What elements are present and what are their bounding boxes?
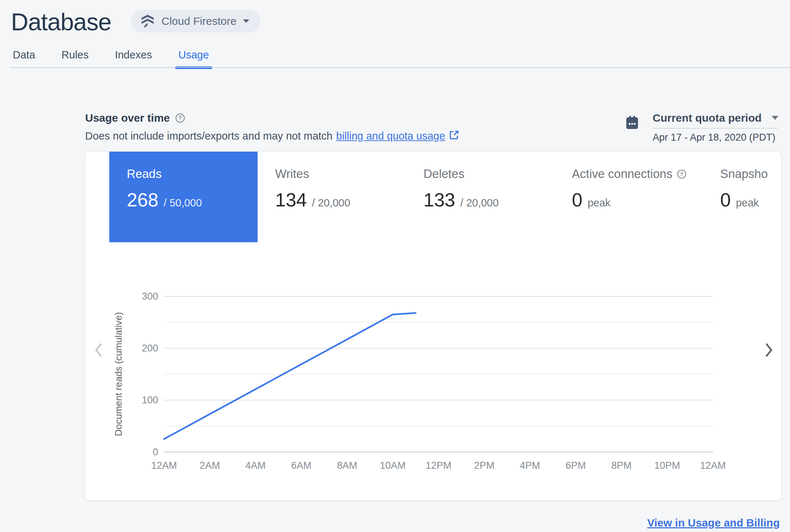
svg-text:200: 200: [142, 343, 158, 354]
view-usage-billing-link[interactable]: View in Usage and Billing: [647, 517, 780, 529]
section-title: Usage over time: [85, 112, 170, 124]
tab-divider: [10, 67, 790, 68]
page-title: Database: [11, 8, 111, 36]
help-icon[interactable]: ?: [175, 113, 185, 123]
svg-text:12PM: 12PM: [426, 460, 452, 471]
firestore-usage-page: Database Cloud Firestore Data Rules Inde…: [0, 0, 790, 532]
tab-usage[interactable]: Usage: [176, 49, 211, 69]
quota-period-label: Current quota period: [653, 112, 761, 124]
svg-text:2PM: 2PM: [474, 460, 494, 471]
svg-text:6PM: 6PM: [566, 460, 586, 471]
svg-text:10AM: 10AM: [380, 460, 406, 471]
usage-section-header: Usage over time ? Does not include impor…: [85, 112, 460, 143]
section-subtitle: Does not include imports/exports and may…: [85, 129, 460, 143]
svg-text:2AM: 2AM: [200, 460, 220, 471]
svg-text:100: 100: [142, 395, 158, 406]
tab-bar: Data Rules Indexes Usage: [0, 49, 790, 68]
external-link-icon: [449, 129, 460, 143]
tab-rules[interactable]: Rules: [60, 49, 90, 69]
billing-quota-usage-link[interactable]: billing and quota usage: [336, 130, 445, 142]
svg-text:0: 0: [153, 446, 158, 457]
usage-line-chart: 010020030012AM2AM4AM6AM8AM10AM12PM2PM4PM…: [85, 152, 782, 501]
svg-text:Document reads (cumulative): Document reads (cumulative): [113, 312, 124, 436]
usage-card: Reads 268 / 50,000 Writes 134 / 20,000 D…: [85, 151, 782, 501]
quota-period-dropdown[interactable]: Current quota period Apr 17 - Apr 18, 20…: [653, 112, 778, 143]
dropdown-caret-icon: [772, 115, 778, 121]
svg-text:12AM: 12AM: [151, 460, 177, 471]
svg-text:300: 300: [142, 291, 158, 302]
svg-text:?: ?: [178, 115, 182, 121]
product-selector[interactable]: Cloud Firestore: [131, 10, 260, 33]
svg-text:4AM: 4AM: [246, 460, 266, 471]
quota-period-range: Apr 17 - Apr 18, 2020 (PDT): [653, 132, 778, 143]
chevron-down-icon: [243, 18, 249, 24]
firestore-icon: [140, 13, 155, 29]
svg-text:8PM: 8PM: [611, 460, 632, 471]
calendar-icon[interactable]: [626, 115, 639, 131]
quota-underline: [653, 128, 778, 129]
svg-text:4PM: 4PM: [520, 460, 540, 471]
svg-text:12AM: 12AM: [700, 460, 726, 471]
product-selector-label: Cloud Firestore: [162, 15, 236, 27]
svg-text:8AM: 8AM: [337, 460, 357, 471]
svg-text:10PM: 10PM: [654, 460, 680, 471]
tab-indexes[interactable]: Indexes: [113, 49, 154, 69]
svg-text:6AM: 6AM: [291, 460, 312, 471]
tab-data[interactable]: Data: [11, 49, 37, 69]
